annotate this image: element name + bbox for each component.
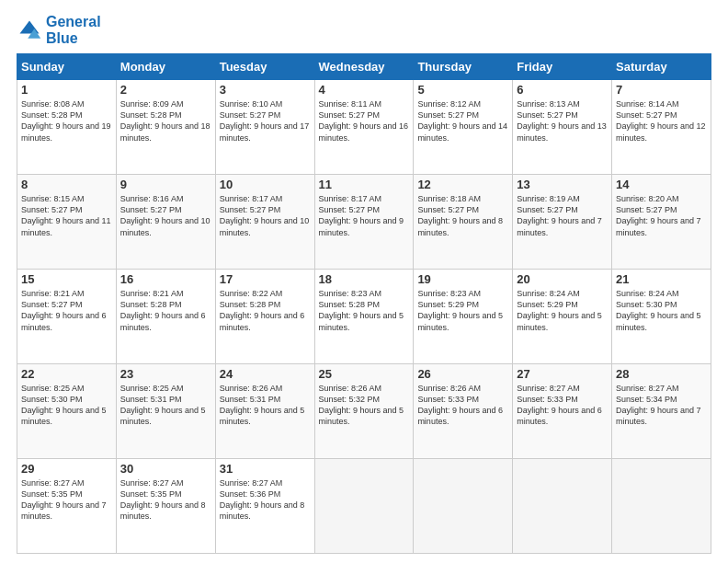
day-info: Sunrise: 8:20 AM Sunset: 5:27 PM Dayligh… bbox=[616, 193, 707, 238]
day-info: Sunrise: 8:13 AM Sunset: 5:27 PM Dayligh… bbox=[517, 98, 608, 144]
day-number: 16 bbox=[120, 272, 211, 286]
day-number: 3 bbox=[220, 83, 311, 97]
calendar-cell: 2 Sunrise: 8:09 AM Sunset: 5:28 PM Dayli… bbox=[116, 80, 215, 175]
calendar-cell: 14 Sunrise: 8:20 AM Sunset: 5:27 PM Dayl… bbox=[612, 175, 711, 270]
day-info: Sunrise: 8:16 AM Sunset: 5:27 PM Dayligh… bbox=[120, 193, 211, 238]
logo: General Blue bbox=[17, 14, 101, 46]
calendar-cell: 6 Sunrise: 8:13 AM Sunset: 5:27 PM Dayli… bbox=[513, 80, 612, 175]
calendar-cell: 21 Sunrise: 8:24 AM Sunset: 5:30 PM Dayl… bbox=[612, 270, 711, 364]
day-info: Sunrise: 8:27 AM Sunset: 5:33 PM Dayligh… bbox=[517, 383, 608, 428]
day-info: Sunrise: 8:27 AM Sunset: 5:35 PM Dayligh… bbox=[21, 477, 112, 523]
calendar-cell: 8 Sunrise: 8:15 AM Sunset: 5:27 PM Dayli… bbox=[17, 175, 117, 270]
day-info: Sunrise: 8:21 AM Sunset: 5:27 PM Dayligh… bbox=[21, 288, 112, 333]
day-number: 28 bbox=[616, 367, 707, 381]
day-info: Sunrise: 8:08 AM Sunset: 5:28 PM Dayligh… bbox=[21, 98, 112, 144]
day-number: 25 bbox=[319, 367, 410, 381]
day-number: 29 bbox=[21, 462, 112, 476]
day-info: Sunrise: 8:17 AM Sunset: 5:27 PM Dayligh… bbox=[319, 193, 410, 238]
day-number: 24 bbox=[220, 367, 311, 381]
week-row-5: 29 Sunrise: 8:27 AM Sunset: 5:35 PM Dayl… bbox=[17, 459, 711, 554]
day-number: 30 bbox=[120, 462, 211, 476]
day-info: Sunrise: 8:27 AM Sunset: 5:35 PM Dayligh… bbox=[120, 477, 211, 523]
day-info: Sunrise: 8:23 AM Sunset: 5:29 PM Dayligh… bbox=[417, 288, 508, 333]
day-number: 18 bbox=[319, 272, 410, 286]
day-info: Sunrise: 8:19 AM Sunset: 5:27 PM Dayligh… bbox=[517, 193, 608, 238]
calendar-cell: 22 Sunrise: 8:25 AM Sunset: 5:30 PM Dayl… bbox=[17, 364, 117, 459]
calendar-body: 1 Sunrise: 8:08 AM Sunset: 5:28 PM Dayli… bbox=[17, 80, 711, 554]
day-number: 15 bbox=[21, 272, 112, 286]
day-number: 1 bbox=[21, 83, 112, 97]
calendar-cell: 3 Sunrise: 8:10 AM Sunset: 5:27 PM Dayli… bbox=[215, 80, 314, 175]
day-number: 7 bbox=[616, 83, 707, 97]
calendar-cell bbox=[513, 459, 612, 554]
calendar-cell: 18 Sunrise: 8:23 AM Sunset: 5:28 PM Dayl… bbox=[314, 270, 414, 364]
calendar-cell: 29 Sunrise: 8:27 AM Sunset: 5:35 PM Dayl… bbox=[17, 459, 117, 554]
calendar-cell: 13 Sunrise: 8:19 AM Sunset: 5:27 PM Dayl… bbox=[513, 175, 612, 270]
calendar-cell: 17 Sunrise: 8:22 AM Sunset: 5:28 PM Dayl… bbox=[215, 270, 314, 364]
day-number: 23 bbox=[120, 367, 211, 381]
day-number: 8 bbox=[21, 178, 112, 191]
calendar-cell: 25 Sunrise: 8:26 AM Sunset: 5:32 PM Dayl… bbox=[314, 364, 414, 459]
calendar-cell: 9 Sunrise: 8:16 AM Sunset: 5:27 PM Dayli… bbox=[116, 175, 215, 270]
week-row-1: 1 Sunrise: 8:08 AM Sunset: 5:28 PM Dayli… bbox=[17, 80, 711, 175]
day-number: 4 bbox=[319, 83, 410, 97]
day-info: Sunrise: 8:26 AM Sunset: 5:32 PM Dayligh… bbox=[319, 383, 410, 428]
calendar-cell: 27 Sunrise: 8:27 AM Sunset: 5:33 PM Dayl… bbox=[513, 364, 612, 459]
day-info: Sunrise: 8:24 AM Sunset: 5:29 PM Dayligh… bbox=[517, 288, 608, 333]
calendar-cell: 19 Sunrise: 8:23 AM Sunset: 5:29 PM Dayl… bbox=[414, 270, 513, 364]
day-info: Sunrise: 8:10 AM Sunset: 5:27 PM Dayligh… bbox=[220, 98, 311, 144]
calendar-cell bbox=[414, 459, 513, 554]
day-info: Sunrise: 8:23 AM Sunset: 5:28 PM Dayligh… bbox=[319, 288, 410, 333]
calendar: SundayMondayTuesdayWednesdayThursdayFrid… bbox=[17, 53, 711, 554]
calendar-cell: 24 Sunrise: 8:26 AM Sunset: 5:31 PM Dayl… bbox=[215, 364, 314, 459]
week-row-2: 8 Sunrise: 8:15 AM Sunset: 5:27 PM Dayli… bbox=[17, 175, 711, 270]
weekday-header-row: SundayMondayTuesdayWednesdayThursdayFrid… bbox=[17, 54, 711, 80]
calendar-cell: 16 Sunrise: 8:21 AM Sunset: 5:28 PM Dayl… bbox=[116, 270, 215, 364]
day-number: 6 bbox=[517, 83, 608, 97]
calendar-cell: 7 Sunrise: 8:14 AM Sunset: 5:27 PM Dayli… bbox=[612, 80, 711, 175]
day-number: 26 bbox=[417, 367, 508, 381]
weekday-saturday: Saturday bbox=[612, 54, 711, 80]
day-info: Sunrise: 8:18 AM Sunset: 5:27 PM Dayligh… bbox=[417, 193, 508, 238]
day-number: 27 bbox=[517, 367, 608, 381]
calendar-cell: 30 Sunrise: 8:27 AM Sunset: 5:35 PM Dayl… bbox=[116, 459, 215, 554]
day-number: 22 bbox=[21, 367, 112, 381]
weekday-wednesday: Wednesday bbox=[314, 54, 414, 80]
day-info: Sunrise: 8:12 AM Sunset: 5:27 PM Dayligh… bbox=[417, 98, 508, 144]
day-number: 2 bbox=[120, 83, 211, 97]
calendar-cell bbox=[314, 459, 414, 554]
day-number: 14 bbox=[616, 178, 707, 191]
day-number: 17 bbox=[220, 272, 311, 286]
calendar-cell: 10 Sunrise: 8:17 AM Sunset: 5:27 PM Dayl… bbox=[215, 175, 314, 270]
day-number: 5 bbox=[417, 83, 508, 97]
day-number: 21 bbox=[616, 272, 707, 286]
weekday-tuesday: Tuesday bbox=[215, 54, 314, 80]
calendar-cell: 23 Sunrise: 8:25 AM Sunset: 5:31 PM Dayl… bbox=[116, 364, 215, 459]
weekday-monday: Monday bbox=[116, 54, 215, 80]
day-number: 9 bbox=[120, 178, 211, 191]
header: General Blue bbox=[17, 14, 711, 46]
calendar-cell: 31 Sunrise: 8:27 AM Sunset: 5:36 PM Dayl… bbox=[215, 459, 314, 554]
day-info: Sunrise: 8:25 AM Sunset: 5:31 PM Dayligh… bbox=[120, 383, 211, 428]
day-info: Sunrise: 8:27 AM Sunset: 5:34 PM Dayligh… bbox=[616, 383, 707, 428]
calendar-cell: 5 Sunrise: 8:12 AM Sunset: 5:27 PM Dayli… bbox=[414, 80, 513, 175]
week-row-3: 15 Sunrise: 8:21 AM Sunset: 5:27 PM Dayl… bbox=[17, 270, 711, 364]
calendar-cell: 11 Sunrise: 8:17 AM Sunset: 5:27 PM Dayl… bbox=[314, 175, 414, 270]
day-info: Sunrise: 8:24 AM Sunset: 5:30 PM Dayligh… bbox=[616, 288, 707, 333]
weekday-sunday: Sunday bbox=[17, 54, 117, 80]
weekday-thursday: Thursday bbox=[414, 54, 513, 80]
day-info: Sunrise: 8:26 AM Sunset: 5:31 PM Dayligh… bbox=[220, 383, 311, 428]
day-info: Sunrise: 8:17 AM Sunset: 5:27 PM Dayligh… bbox=[220, 193, 311, 238]
day-info: Sunrise: 8:21 AM Sunset: 5:28 PM Dayligh… bbox=[120, 288, 211, 333]
day-info: Sunrise: 8:14 AM Sunset: 5:27 PM Dayligh… bbox=[616, 98, 707, 144]
logo-icon bbox=[17, 17, 42, 43]
calendar-cell: 12 Sunrise: 8:18 AM Sunset: 5:27 PM Dayl… bbox=[414, 175, 513, 270]
calendar-cell: 26 Sunrise: 8:26 AM Sunset: 5:33 PM Dayl… bbox=[414, 364, 513, 459]
day-info: Sunrise: 8:09 AM Sunset: 5:28 PM Dayligh… bbox=[120, 98, 211, 144]
day-number: 20 bbox=[517, 272, 608, 286]
day-info: Sunrise: 8:26 AM Sunset: 5:33 PM Dayligh… bbox=[417, 383, 508, 428]
day-number: 10 bbox=[220, 178, 311, 191]
day-info: Sunrise: 8:15 AM Sunset: 5:27 PM Dayligh… bbox=[21, 193, 112, 238]
calendar-cell: 1 Sunrise: 8:08 AM Sunset: 5:28 PM Dayli… bbox=[17, 80, 117, 175]
day-number: 12 bbox=[417, 178, 508, 191]
